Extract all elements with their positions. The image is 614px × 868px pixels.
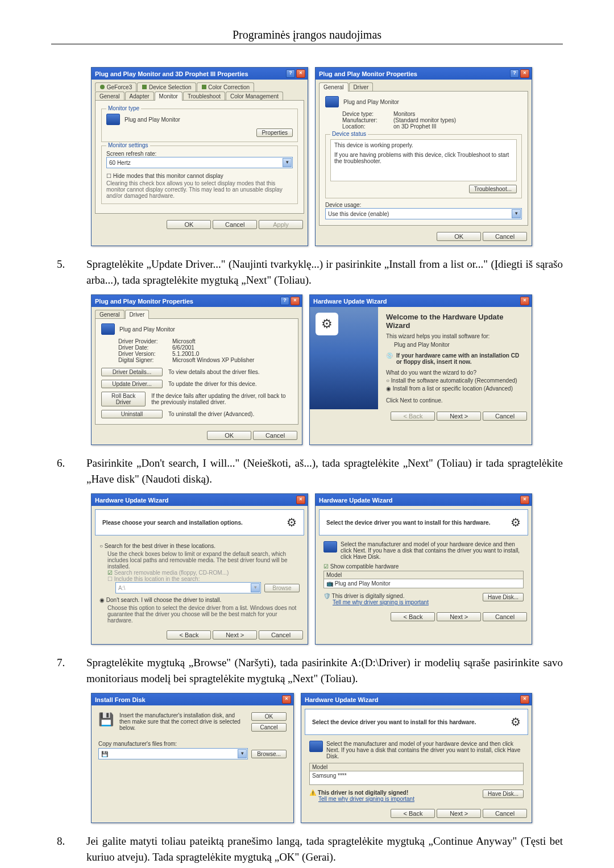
device-status-legend: Device status	[330, 131, 368, 137]
close-icon[interactable]: ×	[296, 69, 305, 78]
tab-driver[interactable]: Driver	[125, 310, 150, 319]
dialog-wizard-select-driver-2: Hardware Update Wizard × Select the devi…	[301, 693, 532, 823]
option-install-from-list[interactable]: Install from a list or specific location…	[386, 385, 524, 392]
help-icon[interactable]: ?	[286, 69, 295, 78]
apply-button[interactable]: Apply	[259, 220, 303, 229]
monitor-settings-label: Monitor settings	[106, 142, 150, 148]
option-dont-search-note: Choose this option to select the device …	[107, 605, 300, 624]
driver-provider-label: Driver Provider:	[118, 338, 172, 344]
cancel-button[interactable]: Cancel	[483, 612, 527, 621]
troubleshoot-button[interactable]: Troubleshoot...	[469, 185, 517, 193]
check-search-media[interactable]: Search removable media (floppy, CD-ROM..…	[107, 570, 300, 576]
titlebar: Plug and Play Monitor Properties ? ×	[316, 68, 532, 80]
chevron-down-icon[interactable]: ▾	[238, 749, 247, 758]
refresh-rate-label: Screen refresh rate:	[106, 151, 293, 157]
tab-general[interactable]: General	[95, 310, 125, 319]
signed-label: This driver is digitally signed.	[332, 593, 405, 599]
dialog-wizard-search-options: Hardware Update Wizard × Please choose y…	[91, 493, 308, 645]
back-button[interactable]: < Back	[167, 630, 211, 639]
step-number: 7.	[57, 655, 86, 686]
model-header: Model	[324, 571, 523, 579]
ok-button[interactable]: OK	[167, 220, 211, 229]
title-text: Install From Disk	[95, 696, 146, 703]
option-auto-install[interactable]: Install the software automatically (Reco…	[386, 377, 524, 384]
update-driver-desc: To update the driver for this device.	[168, 381, 257, 387]
properties-button[interactable]: Properties	[256, 128, 293, 137]
hide-modes-checkbox[interactable]: Hide modes that this monitor cannot disp…	[106, 173, 293, 179]
next-button[interactable]: Next >	[437, 412, 481, 421]
tab-adapter[interactable]: Adapter	[125, 92, 154, 101]
model-item[interactable]: 📺 Plug and Play Monitor	[324, 579, 523, 588]
close-icon[interactable]: ×	[520, 695, 529, 704]
device-usage-dropdown[interactable]: Use this device (enable)▾	[325, 208, 522, 219]
next-button[interactable]: Next >	[213, 630, 257, 639]
back-button[interactable]: < Back	[391, 412, 435, 421]
dialog-wizard-select-driver: Hardware Update Wizard × Select the devi…	[315, 493, 532, 645]
tab-color-correction[interactable]: Color Correction	[197, 82, 255, 92]
refresh-rate-dropdown[interactable]: 60 Hertz▾	[106, 157, 293, 168]
cancel-button[interactable]: Cancel	[483, 809, 527, 818]
step-text: Spragtelėkite mygtuką „Browse" (Naršyti)…	[86, 655, 563, 686]
tab-device-selection[interactable]: Device Selection	[137, 82, 196, 92]
monitor-icon	[323, 541, 337, 553]
location-dropdown[interactable]: A:\▾	[115, 582, 261, 593]
back-button[interactable]: < Back	[391, 612, 435, 621]
monitor-icon	[101, 323, 115, 335]
option-search-best-driver[interactable]: Search for the best driver in these loca…	[99, 543, 300, 549]
ok-button[interactable]: OK	[207, 431, 251, 440]
close-icon[interactable]: ×	[291, 297, 300, 305]
tab-general[interactable]: General	[95, 92, 125, 101]
uninstall-button[interactable]: Uninstall	[101, 410, 163, 418]
cancel-button[interactable]: Cancel	[213, 220, 257, 229]
chevron-down-icon[interactable]: ▾	[283, 158, 292, 167]
model-item[interactable]: Samsung ****	[310, 771, 523, 784]
chevron-down-icon[interactable]: ▾	[512, 209, 521, 218]
cancel-button[interactable]: Cancel	[251, 723, 287, 732]
chevron-down-icon[interactable]: ▾	[251, 583, 260, 592]
close-icon[interactable]: ×	[282, 695, 291, 704]
tell-me-link[interactable]: Tell me why driver signing is important	[318, 796, 414, 802]
cancel-button[interactable]: Cancel	[483, 232, 527, 241]
close-icon[interactable]: ×	[520, 69, 529, 78]
tell-me-link[interactable]: Tell me why driver signing is important	[333, 599, 429, 605]
help-icon[interactable]: ?	[510, 69, 519, 78]
disk-icon: 💾	[98, 712, 114, 727]
tab-color-management[interactable]: Color Management	[226, 92, 283, 101]
ok-button[interactable]: OK	[251, 712, 287, 721]
close-icon[interactable]: ×	[520, 297, 529, 305]
roll-back-driver-button[interactable]: Roll Back Driver	[101, 392, 146, 406]
location-label: Location:	[342, 123, 393, 130]
location-value: on 3D Prophet III	[393, 123, 437, 130]
tab-troubleshoot[interactable]: Troubleshoot	[183, 92, 225, 101]
help-icon[interactable]: ?	[280, 297, 289, 305]
cancel-button[interactable]: Cancel	[253, 431, 297, 440]
dialog-monitor-properties-driver: Plug and Play Monitor Properties ?× Gene…	[91, 294, 302, 445]
close-icon[interactable]: ×	[296, 496, 305, 504]
option-dont-search[interactable]: Don't search. I will choose the driver t…	[99, 597, 300, 603]
browse-button[interactable]: Browse	[264, 584, 300, 592]
cancel-button[interactable]: Cancel	[483, 412, 527, 421]
ok-button[interactable]: OK	[437, 232, 481, 241]
device-status-box: This device is working properly. If you …	[330, 139, 517, 181]
back-button[interactable]: < Back	[391, 809, 435, 818]
tab-driver[interactable]: Driver	[349, 82, 374, 92]
check-include-location[interactable]: Include this location in the search:	[107, 576, 300, 582]
have-disk-button[interactable]: Have Disk...	[483, 593, 524, 601]
tab-monitor[interactable]: Monitor	[155, 92, 182, 101]
next-button[interactable]: Next >	[437, 809, 481, 818]
update-driver-button[interactable]: Update Driver...	[101, 380, 163, 388]
copy-from-dropdown[interactable]: 💾 ▾	[98, 748, 248, 759]
next-button[interactable]: Next >	[437, 612, 481, 621]
tab-geforce3[interactable]: GeForce3	[95, 82, 136, 92]
tab-general[interactable]: General	[319, 82, 349, 92]
divider	[51, 44, 563, 44]
have-disk-button[interactable]: Have Disk...	[483, 790, 524, 798]
hide-modes-note: Clearing this check box allows you to se…	[106, 180, 293, 199]
driver-details-button[interactable]: Driver Details...	[101, 368, 163, 376]
wizard-header: Select the device driver you want to ins…	[312, 719, 476, 725]
cancel-button[interactable]: Cancel	[259, 630, 303, 639]
wizard-welcome-title: Welcome to the Hardware Update Wizard	[386, 313, 524, 330]
browse-button[interactable]: Browse...	[251, 750, 287, 758]
check-show-compatible[interactable]: Show compatible hardware	[323, 563, 524, 570]
close-icon[interactable]: ×	[520, 496, 529, 504]
